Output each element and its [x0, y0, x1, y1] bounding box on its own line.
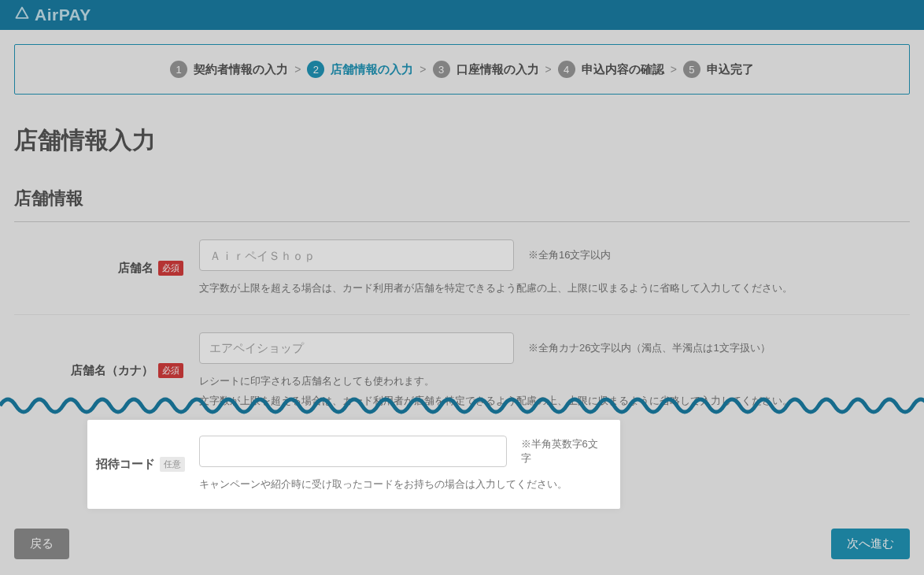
- store-name-row: 店舗名 必須 ※全角16文字以内 文字数が上限を超える場合は、カード利用者が店舗…: [14, 222, 910, 315]
- step-separator: >: [419, 63, 426, 76]
- step-3-circle: 3: [433, 61, 450, 78]
- store-name-kana-desc1: レシートに印字される店舗名としても使われます。: [199, 373, 910, 390]
- step-3-label: 口座情報の入力: [456, 62, 539, 77]
- invite-code-label: 招待コード: [96, 457, 155, 472]
- step-2: 2 店舗情報の入力: [307, 61, 413, 78]
- store-name-kana-hint: ※全角カナ26文字以内（濁点、半濁点は1文字扱い）: [528, 341, 771, 355]
- invite-code-hint: ※半角英数字6文字: [521, 437, 606, 466]
- store-name-label-col: 店舗名 必須: [14, 239, 199, 297]
- step-1: 1 契約者情報の入力: [170, 61, 288, 78]
- store-name-label: 店舗名: [118, 261, 153, 276]
- step-3: 3 口座情報の入力: [433, 61, 539, 78]
- input-line: ※全角カナ26文字以内（濁点、半濁点は1文字扱い）: [199, 332, 910, 364]
- step-separator: >: [294, 63, 301, 76]
- wave-divider: [0, 390, 924, 420]
- invite-code-card: 招待コード 任意 ※半角英数字6文字 キャンペーンや紹介時に受け取ったコードをお…: [87, 420, 620, 509]
- input-line: ※半角英数字6文字: [199, 436, 606, 467]
- back-button[interactable]: 戻る: [14, 529, 69, 559]
- step-5: 5 申込完了: [683, 61, 754, 78]
- step-2-label: 店舗情報の入力: [331, 62, 413, 77]
- step-4-circle: 4: [558, 61, 575, 78]
- step-separator: >: [671, 63, 677, 76]
- next-button[interactable]: 次へ進む: [831, 529, 910, 559]
- optional-badge: 任意: [160, 457, 185, 472]
- input-line: ※全角16文字以内: [199, 239, 910, 271]
- store-name-hint: ※全角16文字以内: [528, 248, 611, 262]
- step-5-circle: 5: [683, 61, 700, 78]
- progress-stepper: 1 契約者情報の入力 > 2 店舗情報の入力 > 3 口座情報の入力 > 4 申…: [14, 44, 910, 95]
- store-name-kana-label: 店舗名（カナ）: [71, 363, 153, 378]
- required-badge: 必須: [158, 261, 183, 276]
- brand-logo: AirPAY: [14, 6, 91, 25]
- step-1-label: 契約者情報の入力: [194, 62, 288, 77]
- step-5-label: 申込完了: [707, 62, 754, 77]
- invite-code-input-col: ※半角英数字6文字 キャンペーンや紹介時に受け取ったコードをお持ちの場合は入力し…: [185, 436, 606, 493]
- app-header: AirPAY: [0, 0, 924, 30]
- main-content: 1 契約者情報の入力 > 2 店舗情報の入力 > 3 口座情報の入力 > 4 申…: [0, 30, 924, 440]
- step-1-circle: 1: [170, 61, 187, 78]
- step-separator: >: [545, 63, 552, 76]
- step-4-label: 申込内容の確認: [582, 62, 664, 77]
- required-badge: 必須: [158, 363, 183, 378]
- store-name-input-col: ※全角16文字以内 文字数が上限を超える場合は、カード利用者が店舗を特定できるよ…: [199, 239, 910, 297]
- section-title: 店舗情報: [14, 187, 910, 210]
- brand-text: AirPAY: [35, 6, 91, 24]
- step-4: 4 申込内容の確認: [558, 61, 664, 78]
- invite-code-input[interactable]: [199, 436, 507, 467]
- invite-code-desc: キャンペーンや紹介時に受け取ったコードをお持ちの場合は入力してください。: [199, 477, 606, 493]
- store-name-input[interactable]: [199, 239, 514, 271]
- step-2-circle: 2: [307, 61, 324, 78]
- page-title: 店舗情報入力: [14, 124, 910, 157]
- store-name-desc: 文字数が上限を超える場合は、カード利用者が店舗を特定できるよう配慮の上、上限に収…: [199, 280, 910, 297]
- invite-code-label-col: 招待コード 任意: [87, 436, 185, 493]
- footer-buttons: 戻る 次へ進む: [14, 529, 910, 559]
- invite-code-row: 招待コード 任意 ※半角英数字6文字 キャンペーンや紹介時に受け取ったコードをお…: [87, 436, 606, 493]
- logo-icon: [14, 6, 30, 25]
- store-name-kana-input[interactable]: [199, 332, 514, 364]
